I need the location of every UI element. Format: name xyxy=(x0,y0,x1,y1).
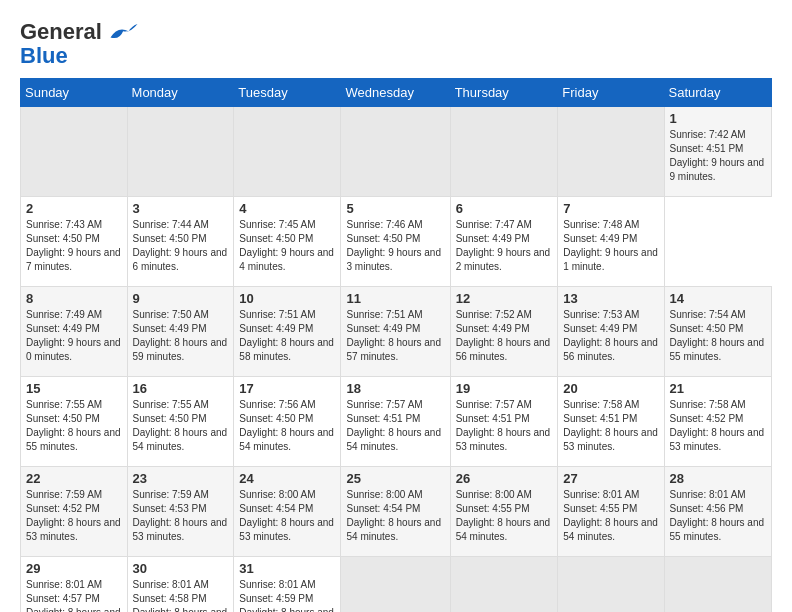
day-info: Sunrise: 8:01 AMSunset: 4:58 PMDaylight:… xyxy=(133,578,229,612)
day-number: 12 xyxy=(456,291,553,306)
calendar-table: SundayMondayTuesdayWednesdayThursdayFrid… xyxy=(20,78,772,612)
day-number: 21 xyxy=(670,381,766,396)
day-number: 24 xyxy=(239,471,335,486)
day-number: 30 xyxy=(133,561,229,576)
week-row-6: 29Sunrise: 8:01 AMSunset: 4:57 PMDayligh… xyxy=(21,557,772,612)
day-number: 9 xyxy=(133,291,229,306)
day-number: 14 xyxy=(670,291,766,306)
day-cell: 1Sunrise: 7:42 AMSunset: 4:51 PMDaylight… xyxy=(664,107,771,197)
day-number: 1 xyxy=(670,111,766,126)
week-row-3: 8Sunrise: 7:49 AMSunset: 4:49 PMDaylight… xyxy=(21,287,772,377)
day-cell: 16Sunrise: 7:55 AMSunset: 4:50 PMDayligh… xyxy=(127,377,234,467)
logo-general: General xyxy=(20,19,102,44)
day-number: 8 xyxy=(26,291,122,306)
day-info: Sunrise: 7:55 AMSunset: 4:50 PMDaylight:… xyxy=(133,398,229,454)
day-info: Sunrise: 8:01 AMSunset: 4:56 PMDaylight:… xyxy=(670,488,766,544)
day-cell: 15Sunrise: 7:55 AMSunset: 4:50 PMDayligh… xyxy=(21,377,128,467)
day-cell: 26Sunrise: 8:00 AMSunset: 4:55 PMDayligh… xyxy=(450,467,558,557)
day-info: Sunrise: 7:47 AMSunset: 4:49 PMDaylight:… xyxy=(456,218,553,274)
day-number: 6 xyxy=(456,201,553,216)
day-cell: 18Sunrise: 7:57 AMSunset: 4:51 PMDayligh… xyxy=(341,377,450,467)
day-info: Sunrise: 8:01 AMSunset: 4:55 PMDaylight:… xyxy=(563,488,658,544)
day-cell: 8Sunrise: 7:49 AMSunset: 4:49 PMDaylight… xyxy=(21,287,128,377)
weekday-header-row: SundayMondayTuesdayWednesdayThursdayFrid… xyxy=(21,79,772,107)
day-number: 31 xyxy=(239,561,335,576)
day-info: Sunrise: 7:57 AMSunset: 4:51 PMDaylight:… xyxy=(456,398,553,454)
header: General Blue xyxy=(20,20,772,68)
day-cell xyxy=(558,557,664,612)
day-cell: 7Sunrise: 7:48 AMSunset: 4:49 PMDaylight… xyxy=(558,197,664,287)
logo-blue: Blue xyxy=(20,44,138,68)
day-info: Sunrise: 7:55 AMSunset: 4:50 PMDaylight:… xyxy=(26,398,122,454)
day-cell xyxy=(664,557,771,612)
day-cell: 6Sunrise: 7:47 AMSunset: 4:49 PMDaylight… xyxy=(450,197,558,287)
day-info: Sunrise: 7:44 AMSunset: 4:50 PMDaylight:… xyxy=(133,218,229,274)
day-cell xyxy=(450,557,558,612)
day-number: 20 xyxy=(563,381,658,396)
day-info: Sunrise: 7:46 AMSunset: 4:50 PMDaylight:… xyxy=(346,218,444,274)
day-number: 13 xyxy=(563,291,658,306)
day-cell: 25Sunrise: 8:00 AMSunset: 4:54 PMDayligh… xyxy=(341,467,450,557)
day-cell: 23Sunrise: 7:59 AMSunset: 4:53 PMDayligh… xyxy=(127,467,234,557)
day-cell xyxy=(21,107,128,197)
day-cell xyxy=(558,107,664,197)
day-cell: 22Sunrise: 7:59 AMSunset: 4:52 PMDayligh… xyxy=(21,467,128,557)
weekday-header-friday: Friday xyxy=(558,79,664,107)
day-info: Sunrise: 7:42 AMSunset: 4:51 PMDaylight:… xyxy=(670,128,766,184)
day-number: 2 xyxy=(26,201,122,216)
logo: General Blue xyxy=(20,20,138,68)
day-info: Sunrise: 8:01 AMSunset: 4:57 PMDaylight:… xyxy=(26,578,122,612)
day-cell: 21Sunrise: 7:58 AMSunset: 4:52 PMDayligh… xyxy=(664,377,771,467)
day-cell xyxy=(341,557,450,612)
day-info: Sunrise: 7:52 AMSunset: 4:49 PMDaylight:… xyxy=(456,308,553,364)
day-number: 11 xyxy=(346,291,444,306)
week-row-5: 22Sunrise: 7:59 AMSunset: 4:52 PMDayligh… xyxy=(21,467,772,557)
day-number: 3 xyxy=(133,201,229,216)
day-cell: 13Sunrise: 7:53 AMSunset: 4:49 PMDayligh… xyxy=(558,287,664,377)
day-cell: 31Sunrise: 8:01 AMSunset: 4:59 PMDayligh… xyxy=(234,557,341,612)
weekday-header-saturday: Saturday xyxy=(664,79,771,107)
day-number: 10 xyxy=(239,291,335,306)
day-cell xyxy=(234,107,341,197)
day-cell: 17Sunrise: 7:56 AMSunset: 4:50 PMDayligh… xyxy=(234,377,341,467)
week-row-2: 2Sunrise: 7:43 AMSunset: 4:50 PMDaylight… xyxy=(21,197,772,287)
day-cell: 28Sunrise: 8:01 AMSunset: 4:56 PMDayligh… xyxy=(664,467,771,557)
day-info: Sunrise: 7:51 AMSunset: 4:49 PMDaylight:… xyxy=(239,308,335,364)
day-number: 23 xyxy=(133,471,229,486)
day-number: 26 xyxy=(456,471,553,486)
day-info: Sunrise: 7:58 AMSunset: 4:52 PMDaylight:… xyxy=(670,398,766,454)
day-info: Sunrise: 7:51 AMSunset: 4:49 PMDaylight:… xyxy=(346,308,444,364)
day-info: Sunrise: 7:57 AMSunset: 4:51 PMDaylight:… xyxy=(346,398,444,454)
day-number: 27 xyxy=(563,471,658,486)
day-number: 28 xyxy=(670,471,766,486)
day-cell xyxy=(341,107,450,197)
day-cell: 2Sunrise: 7:43 AMSunset: 4:50 PMDaylight… xyxy=(21,197,128,287)
day-number: 22 xyxy=(26,471,122,486)
day-cell: 11Sunrise: 7:51 AMSunset: 4:49 PMDayligh… xyxy=(341,287,450,377)
day-info: Sunrise: 7:50 AMSunset: 4:49 PMDaylight:… xyxy=(133,308,229,364)
day-info: Sunrise: 8:00 AMSunset: 4:55 PMDaylight:… xyxy=(456,488,553,544)
day-info: Sunrise: 7:45 AMSunset: 4:50 PMDaylight:… xyxy=(239,218,335,274)
day-number: 4 xyxy=(239,201,335,216)
day-info: Sunrise: 7:59 AMSunset: 4:52 PMDaylight:… xyxy=(26,488,122,544)
day-number: 7 xyxy=(563,201,658,216)
day-cell: 14Sunrise: 7:54 AMSunset: 4:50 PMDayligh… xyxy=(664,287,771,377)
day-number: 19 xyxy=(456,381,553,396)
day-cell: 19Sunrise: 7:57 AMSunset: 4:51 PMDayligh… xyxy=(450,377,558,467)
day-info: Sunrise: 7:58 AMSunset: 4:51 PMDaylight:… xyxy=(563,398,658,454)
day-info: Sunrise: 8:00 AMSunset: 4:54 PMDaylight:… xyxy=(239,488,335,544)
day-cell: 12Sunrise: 7:52 AMSunset: 4:49 PMDayligh… xyxy=(450,287,558,377)
day-info: Sunrise: 8:01 AMSunset: 4:59 PMDaylight:… xyxy=(239,578,335,612)
day-number: 25 xyxy=(346,471,444,486)
day-cell: 27Sunrise: 8:01 AMSunset: 4:55 PMDayligh… xyxy=(558,467,664,557)
day-info: Sunrise: 7:53 AMSunset: 4:49 PMDaylight:… xyxy=(563,308,658,364)
weekday-header-thursday: Thursday xyxy=(450,79,558,107)
logo-bird-icon xyxy=(110,24,138,42)
weekday-header-monday: Monday xyxy=(127,79,234,107)
day-cell xyxy=(450,107,558,197)
weekday-header-wednesday: Wednesday xyxy=(341,79,450,107)
day-info: Sunrise: 7:43 AMSunset: 4:50 PMDaylight:… xyxy=(26,218,122,274)
day-cell: 20Sunrise: 7:58 AMSunset: 4:51 PMDayligh… xyxy=(558,377,664,467)
day-cell: 4Sunrise: 7:45 AMSunset: 4:50 PMDaylight… xyxy=(234,197,341,287)
day-info: Sunrise: 7:48 AMSunset: 4:49 PMDaylight:… xyxy=(563,218,658,274)
